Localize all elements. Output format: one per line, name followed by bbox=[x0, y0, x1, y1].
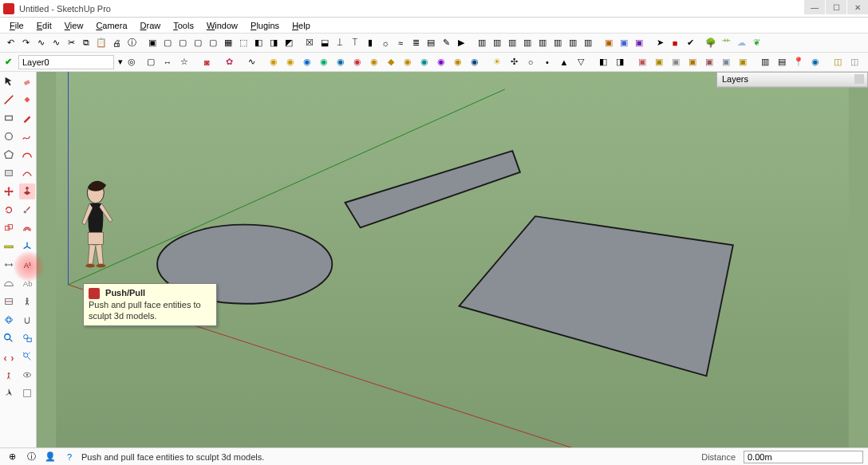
gold1-icon[interactable]: ◉ bbox=[266, 54, 282, 70]
gold3-icon[interactable]: ◉ bbox=[366, 54, 382, 70]
layer-globe-icon[interactable]: ◎ bbox=[127, 55, 136, 69]
shape-tool[interactable] bbox=[1, 165, 17, 181]
outliner-tool[interactable] bbox=[19, 385, 35, 401]
protractor-tool[interactable] bbox=[1, 275, 17, 291]
component-icon[interactable]: ▢ bbox=[143, 54, 159, 70]
top-view-icon[interactable]: ▢ bbox=[160, 36, 175, 50]
maximize-button[interactable]: ☐ bbox=[826, 0, 846, 14]
viewport-canvas[interactable] bbox=[37, 72, 868, 447]
section-cut-icon[interactable]: ⟙ bbox=[348, 36, 362, 50]
g2-icon[interactable]: ◫ bbox=[846, 54, 862, 70]
marker-icon[interactable]: ✿ bbox=[221, 54, 237, 70]
shaded-tex-icon[interactable]: ◨ bbox=[266, 36, 281, 50]
offset-tool[interactable] bbox=[19, 220, 35, 236]
3d-text-tool[interactable]: Ab bbox=[19, 275, 35, 291]
globe-icon[interactable]: ◉ bbox=[807, 54, 823, 70]
model-info-icon[interactable]: ⓘ bbox=[124, 36, 139, 50]
circ-icon[interactable]: ○ bbox=[523, 54, 539, 70]
freehand-tool[interactable] bbox=[19, 128, 35, 144]
circle-tool[interactable] bbox=[1, 128, 17, 144]
measurement-input[interactable] bbox=[744, 451, 863, 463]
cam2-icon[interactable]: ◨ bbox=[612, 54, 628, 70]
push-pull-tool[interactable] bbox=[19, 183, 35, 199]
layer-dropdown-icon[interactable]: ▾ bbox=[117, 55, 124, 69]
menu-help[interactable]: Help bbox=[287, 19, 315, 32]
point-icon[interactable]: • bbox=[539, 54, 555, 70]
back-view-icon[interactable]: ▢ bbox=[206, 36, 220, 50]
two-pt-arc-tool[interactable] bbox=[19, 165, 35, 181]
orbit-tool[interactable] bbox=[1, 312, 17, 328]
navy-ball-icon[interactable]: ◉ bbox=[467, 54, 483, 70]
sandbox8-icon[interactable]: ▥ bbox=[581, 36, 595, 50]
diamond-icon[interactable]: ◆ bbox=[383, 54, 399, 70]
ext1-icon[interactable]: ▣ bbox=[602, 36, 616, 50]
close-button[interactable]: ✕ bbox=[847, 0, 868, 14]
curve2-icon[interactable]: ∿ bbox=[49, 36, 63, 50]
geolocation-icon[interactable]: ⊕ bbox=[5, 450, 19, 464]
redo-icon[interactable]: ↷ bbox=[18, 36, 33, 50]
map-icon[interactable]: ▥ bbox=[757, 54, 773, 70]
menu-tools[interactable]: Tools bbox=[168, 19, 199, 32]
style-icon[interactable]: ✎ bbox=[439, 36, 453, 50]
g3-icon[interactable]: ◫ bbox=[863, 54, 868, 70]
previous-tool[interactable] bbox=[1, 367, 17, 383]
paste-icon[interactable]: 📋 bbox=[94, 36, 108, 50]
box4-icon[interactable]: ▣ bbox=[685, 54, 700, 70]
up-icon[interactable]: ▲ bbox=[556, 54, 572, 70]
down-icon[interactable]: ▽ bbox=[573, 54, 589, 70]
box7-icon[interactable]: ▣ bbox=[735, 54, 751, 70]
dimension-tool[interactable] bbox=[1, 257, 17, 273]
move-tool[interactable] bbox=[1, 183, 17, 199]
polygon-tool[interactable] bbox=[1, 147, 17, 163]
position-camera-tool[interactable] bbox=[19, 367, 35, 383]
zoom-tool[interactable] bbox=[1, 330, 17, 346]
pin-icon[interactable]: 📍 bbox=[791, 54, 807, 70]
credits-icon[interactable]: ⓘ bbox=[24, 450, 38, 464]
back-edges-icon[interactable]: ⬓ bbox=[318, 36, 332, 50]
select-tool[interactable] bbox=[1, 73, 17, 89]
rotate-tool[interactable] bbox=[1, 202, 17, 218]
viewport[interactable]: Push/Pull Push and pull face entities to… bbox=[37, 72, 868, 447]
layers-panel-header[interactable]: Layers bbox=[717, 73, 867, 87]
print-icon[interactable]: 🖨 bbox=[109, 36, 124, 50]
red-ball-icon[interactable]: ◉ bbox=[349, 54, 365, 70]
follow-me-tool[interactable] bbox=[19, 202, 35, 218]
front-view-icon[interactable]: ▢ bbox=[176, 36, 190, 50]
tree-icon[interactable]: 🌳 bbox=[704, 36, 718, 50]
axes-tool[interactable] bbox=[19, 238, 35, 254]
current-layer-input[interactable] bbox=[18, 55, 114, 69]
flip-icon[interactable]: ↔ bbox=[160, 54, 176, 70]
purple-ball-icon[interactable]: ◉ bbox=[433, 54, 449, 70]
curve-edit-icon[interactable]: ∿ bbox=[243, 54, 259, 70]
sun-icon[interactable]: ☀ bbox=[489, 54, 505, 70]
scale-tool[interactable] bbox=[1, 220, 17, 236]
box5-icon[interactable]: ▣ bbox=[701, 54, 717, 70]
section-icon[interactable]: ⟘ bbox=[333, 36, 347, 50]
menu-edit[interactable]: Edit bbox=[32, 19, 57, 32]
menu-draw[interactable]: Draw bbox=[136, 19, 166, 32]
layers-panel-collapse-icon[interactable] bbox=[854, 74, 864, 84]
scene-icon[interactable]: ▤ bbox=[424, 36, 438, 50]
menu-view[interactable]: View bbox=[60, 19, 89, 32]
user-icon[interactable]: 👤 bbox=[43, 450, 57, 464]
hidden-line-icon[interactable]: ⬚ bbox=[236, 36, 251, 50]
sandbox3-icon[interactable]: ▥ bbox=[505, 36, 519, 50]
arrow-icon[interactable]: ➤ bbox=[653, 36, 667, 50]
bb-icon[interactable]: ◉ bbox=[333, 54, 349, 70]
shadow-icon[interactable]: ☼ bbox=[378, 36, 393, 50]
look-tool[interactable] bbox=[1, 349, 17, 365]
seat-icon[interactable]: ◙ bbox=[199, 54, 215, 70]
sandbox7-icon[interactable]: ▥ bbox=[566, 36, 580, 50]
gold2-icon[interactable]: ◉ bbox=[282, 54, 298, 70]
compass-icon[interactable]: ✣ bbox=[506, 54, 522, 70]
ext3-icon[interactable]: ▣ bbox=[632, 36, 646, 50]
sandbox5-icon[interactable]: ▥ bbox=[535, 36, 550, 50]
sandbox4-icon[interactable]: ▥ bbox=[520, 36, 535, 50]
fog-icon[interactable]: ≈ bbox=[393, 36, 408, 50]
line-tool[interactable] bbox=[1, 92, 17, 108]
gold5-icon[interactable]: ◉ bbox=[450, 54, 466, 70]
sandbox1-icon[interactable]: ▥ bbox=[475, 36, 489, 50]
leaf-icon[interactable]: ❦ bbox=[749, 36, 763, 50]
wireframe-icon[interactable]: ▦ bbox=[221, 36, 235, 50]
undo-icon[interactable]: ↶ bbox=[3, 36, 18, 50]
